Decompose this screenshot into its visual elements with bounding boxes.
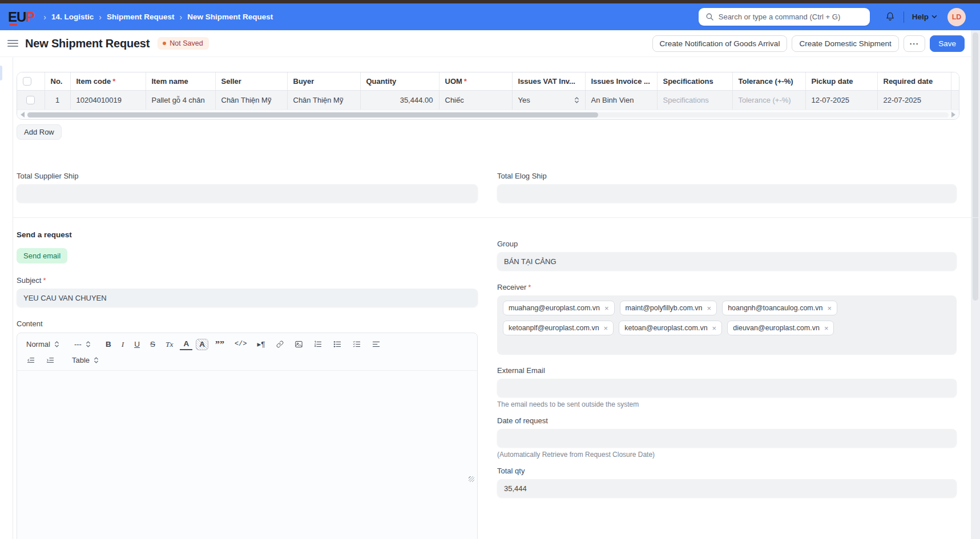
receiver-chip: muahang@europlast.com.vn×	[503, 301, 615, 315]
bold-icon[interactable]: B	[102, 338, 115, 351]
section-divider	[13, 217, 980, 218]
select-all-checkbox[interactable]	[23, 77, 31, 86]
app-logo[interactable]: EUP	[8, 9, 34, 25]
date-of-request-input[interactable]	[497, 429, 957, 447]
col-seller: Seller	[215, 72, 287, 90]
col-item-name: Item name	[146, 72, 215, 90]
notifications-button[interactable]	[885, 11, 896, 22]
total-supplier-ship-input[interactable]	[17, 184, 478, 202]
total-elog-ship-input[interactable]	[497, 184, 957, 202]
blockquote-icon[interactable]: ””	[212, 337, 228, 351]
cell-seller[interactable]: Chân Thiện Mỹ	[215, 90, 287, 110]
breadcrumb-item[interactable]: Shipment Request	[107, 13, 175, 21]
select-updown-icon	[54, 341, 59, 348]
search-input[interactable]: Search or type a command (Ctrl + G)	[699, 8, 870, 26]
avatar[interactable]: LD	[947, 8, 966, 26]
col-required-date: Required date	[877, 72, 951, 90]
bell-icon	[885, 11, 896, 22]
create-domestic-shipment-button[interactable]: Create Domestic Shipment	[792, 35, 898, 52]
cell-uom[interactable]: Chiếc	[439, 90, 512, 110]
send-email-button[interactable]: Send email	[17, 248, 67, 264]
table-row: 1 10204010019 Pallet gỗ 4 chân Chân Thiệ…	[17, 90, 959, 110]
chevron-down-icon	[931, 15, 937, 19]
date-of-request-help: (Automatically Retrieve from Request Clo…	[497, 451, 957, 459]
row-checkbox[interactable]	[26, 96, 35, 104]
breadcrumb-item[interactable]: New Shipment Request	[187, 13, 273, 21]
scroll-right-icon[interactable]	[951, 112, 955, 117]
save-button[interactable]: Save	[930, 35, 965, 52]
table-select[interactable]: Table	[68, 354, 102, 366]
col-no: No.	[45, 72, 70, 90]
align-icon[interactable]	[368, 338, 384, 350]
receiver-chip-list[interactable]: muahang@europlast.com.vn×maint@polyfilly…	[497, 295, 957, 355]
logo-text-accent: P	[26, 9, 34, 25]
logo-underline	[9, 24, 17, 26]
sidebar-toggle-icon[interactable]	[7, 40, 18, 47]
subject-input[interactable]: YEU CAU VAN CHUYEN	[17, 289, 478, 307]
text-color-icon[interactable]: A	[180, 338, 192, 350]
code-icon[interactable]: </>	[231, 338, 251, 350]
resize-handle-icon[interactable]	[469, 476, 474, 482]
remove-receiver-icon[interactable]: ×	[824, 325, 829, 332]
outdent-icon[interactable]	[23, 354, 39, 366]
cell-required-date[interactable]: 22-07-2025	[877, 90, 951, 110]
cell-issues-vat[interactable]: Yes	[512, 90, 585, 110]
total-qty-input[interactable]: 35,444	[497, 479, 957, 497]
more-actions-button[interactable]: ···	[904, 35, 926, 52]
content-editor: Normal --- BIUSTxAA””</>▸¶ Table	[17, 333, 478, 539]
avatar-initials: LD	[952, 13, 962, 21]
image-icon[interactable]	[291, 338, 306, 350]
remove-receiver-icon[interactable]: ×	[604, 305, 609, 312]
subject-label: Subject*	[17, 276, 478, 285]
cell-issues-invoice[interactable]: An Binh Vien	[585, 90, 657, 110]
remove-receiver-icon[interactable]: ×	[604, 325, 608, 332]
col-specifications: Specifications	[657, 72, 732, 90]
receiver-label: Receiver*	[497, 283, 957, 291]
add-row-button[interactable]: Add Row	[17, 124, 62, 140]
group-input[interactable]: BÁN TẠI CẢNG	[497, 252, 957, 270]
breadcrumb-separator-icon: ›	[180, 13, 183, 22]
remove-receiver-icon[interactable]: ×	[827, 305, 832, 312]
divider-select[interactable]: ---	[71, 338, 94, 350]
breadcrumb-item[interactable]: 14. Logistic	[51, 13, 94, 21]
receiver-email: dieuvan@europlast.com.vn	[733, 324, 820, 332]
ordered-list-icon[interactable]	[310, 338, 326, 350]
bullet-list-icon[interactable]	[329, 338, 345, 350]
highlight-color-icon[interactable]: A	[196, 339, 208, 350]
col-quantity: Quantity	[360, 72, 439, 90]
cell-item-name[interactable]: Pallet gỗ 4 chân	[146, 90, 215, 110]
receiver-chip: dieuvan@europlast.com.vn×	[727, 321, 834, 335]
receiver-email: hoangnh@toancaulog.com.vn	[728, 304, 822, 312]
content-editor-body[interactable]	[17, 370, 477, 539]
clear-format-icon[interactable]: Tx	[162, 338, 177, 351]
underline-icon[interactable]: U	[131, 338, 143, 351]
logo-text-primary: EU	[8, 9, 26, 25]
table-horizontal-scrollbar[interactable]	[17, 110, 959, 119]
scroll-left-icon[interactable]	[21, 112, 25, 117]
table-scrollbar-thumb[interactable]	[27, 112, 598, 117]
remove-receiver-icon[interactable]: ×	[712, 325, 717, 332]
breadcrumb: ›14. Logistic›Shipment Request›New Shipm…	[43, 13, 273, 22]
italic-icon[interactable]: I	[118, 338, 128, 351]
help-menu[interactable]: Help	[912, 13, 937, 21]
strikethrough-icon[interactable]: S	[147, 338, 159, 351]
block-format-select[interactable]: Normal	[23, 338, 63, 350]
cell-buyer[interactable]: Chân Thiện Mỹ	[287, 90, 360, 110]
total-supplier-ship-label: Total Supplier Ship	[17, 172, 478, 180]
cell-quantity[interactable]: 35,444.00	[360, 90, 439, 110]
remove-receiver-icon[interactable]: ×	[707, 305, 712, 312]
checklist-icon[interactable]	[349, 338, 365, 350]
paragraph-icon[interactable]: ▸¶	[254, 338, 269, 351]
external-email-label: External Email	[497, 366, 957, 375]
cell-item-code[interactable]: 10204010019	[70, 90, 146, 110]
required-mark: *	[112, 77, 115, 86]
external-email-input[interactable]	[497, 379, 957, 397]
cell-specifications[interactable]: Specifications	[657, 90, 732, 110]
receiver-email: maint@polyfillyb.com.vn	[626, 304, 703, 312]
create-notification-goods-arrival-button[interactable]: Create Notification of Goods Arrival	[652, 35, 788, 52]
link-icon[interactable]	[272, 338, 288, 350]
indent-icon[interactable]	[42, 354, 58, 366]
cell-tolerance[interactable]: Tolerance (+-%)	[732, 90, 805, 110]
select-updown-icon	[574, 96, 579, 104]
cell-pickup-date[interactable]: 12-07-2025	[805, 90, 877, 110]
